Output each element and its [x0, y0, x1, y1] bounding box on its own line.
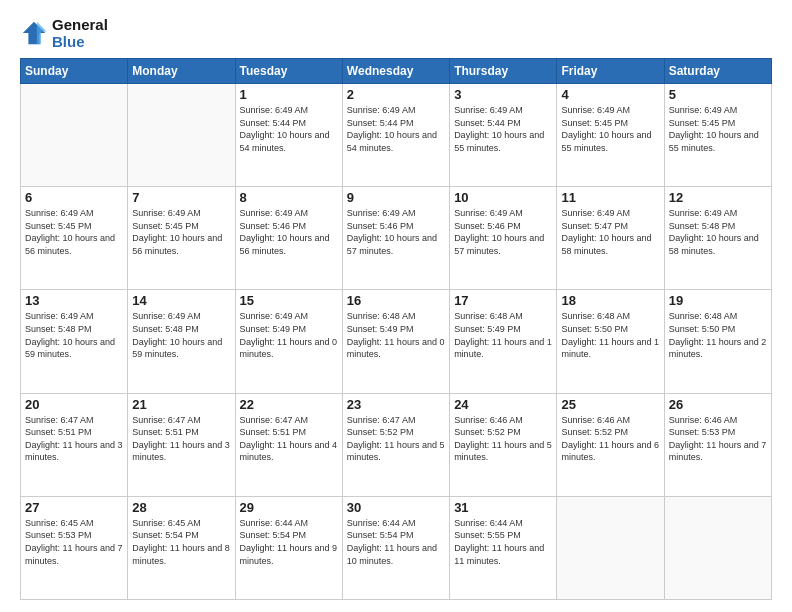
calendar-cell: 26Sunrise: 6:46 AM Sunset: 5:53 PM Dayli…	[664, 393, 771, 496]
day-info: Sunrise: 6:47 AM Sunset: 5:52 PM Dayligh…	[347, 414, 445, 464]
col-tuesday: Tuesday	[235, 59, 342, 84]
col-saturday: Saturday	[664, 59, 771, 84]
day-info: Sunrise: 6:44 AM Sunset: 5:55 PM Dayligh…	[454, 517, 552, 567]
day-info: Sunrise: 6:48 AM Sunset: 5:50 PM Dayligh…	[669, 310, 767, 360]
day-info: Sunrise: 6:44 AM Sunset: 5:54 PM Dayligh…	[240, 517, 338, 567]
day-number: 17	[454, 293, 552, 308]
logo-text: General Blue	[52, 16, 108, 50]
day-info: Sunrise: 6:49 AM Sunset: 5:44 PM Dayligh…	[347, 104, 445, 154]
calendar-cell: 10Sunrise: 6:49 AM Sunset: 5:46 PM Dayli…	[450, 187, 557, 290]
calendar-cell: 20Sunrise: 6:47 AM Sunset: 5:51 PM Dayli…	[21, 393, 128, 496]
calendar-cell: 13Sunrise: 6:49 AM Sunset: 5:48 PM Dayli…	[21, 290, 128, 393]
day-number: 26	[669, 397, 767, 412]
calendar-cell: 3Sunrise: 6:49 AM Sunset: 5:44 PM Daylig…	[450, 84, 557, 187]
calendar-table: Sunday Monday Tuesday Wednesday Thursday…	[20, 58, 772, 600]
col-sunday: Sunday	[21, 59, 128, 84]
calendar-cell: 31Sunrise: 6:44 AM Sunset: 5:55 PM Dayli…	[450, 496, 557, 599]
calendar-cell: 9Sunrise: 6:49 AM Sunset: 5:46 PM Daylig…	[342, 187, 449, 290]
calendar-cell: 23Sunrise: 6:47 AM Sunset: 5:52 PM Dayli…	[342, 393, 449, 496]
day-info: Sunrise: 6:49 AM Sunset: 5:46 PM Dayligh…	[347, 207, 445, 257]
day-number: 25	[561, 397, 659, 412]
day-info: Sunrise: 6:49 AM Sunset: 5:49 PM Dayligh…	[240, 310, 338, 360]
day-number: 8	[240, 190, 338, 205]
day-number: 7	[132, 190, 230, 205]
calendar-cell	[128, 84, 235, 187]
calendar-week-5: 27Sunrise: 6:45 AM Sunset: 5:53 PM Dayli…	[21, 496, 772, 599]
calendar-cell: 28Sunrise: 6:45 AM Sunset: 5:54 PM Dayli…	[128, 496, 235, 599]
calendar-cell: 17Sunrise: 6:48 AM Sunset: 5:49 PM Dayli…	[450, 290, 557, 393]
day-info: Sunrise: 6:46 AM Sunset: 5:52 PM Dayligh…	[454, 414, 552, 464]
day-number: 13	[25, 293, 123, 308]
day-info: Sunrise: 6:49 AM Sunset: 5:45 PM Dayligh…	[25, 207, 123, 257]
day-number: 19	[669, 293, 767, 308]
day-info: Sunrise: 6:49 AM Sunset: 5:46 PM Dayligh…	[240, 207, 338, 257]
day-info: Sunrise: 6:46 AM Sunset: 5:53 PM Dayligh…	[669, 414, 767, 464]
day-info: Sunrise: 6:49 AM Sunset: 5:45 PM Dayligh…	[669, 104, 767, 154]
calendar-cell: 5Sunrise: 6:49 AM Sunset: 5:45 PM Daylig…	[664, 84, 771, 187]
calendar-cell: 30Sunrise: 6:44 AM Sunset: 5:54 PM Dayli…	[342, 496, 449, 599]
logo-icon	[20, 19, 48, 47]
col-thursday: Thursday	[450, 59, 557, 84]
day-number: 31	[454, 500, 552, 515]
calendar-cell: 15Sunrise: 6:49 AM Sunset: 5:49 PM Dayli…	[235, 290, 342, 393]
calendar-week-1: 1Sunrise: 6:49 AM Sunset: 5:44 PM Daylig…	[21, 84, 772, 187]
calendar-cell	[21, 84, 128, 187]
logo: General Blue	[20, 16, 108, 50]
day-info: Sunrise: 6:47 AM Sunset: 5:51 PM Dayligh…	[25, 414, 123, 464]
calendar-cell: 16Sunrise: 6:48 AM Sunset: 5:49 PM Dayli…	[342, 290, 449, 393]
day-number: 29	[240, 500, 338, 515]
calendar-cell: 4Sunrise: 6:49 AM Sunset: 5:45 PM Daylig…	[557, 84, 664, 187]
day-info: Sunrise: 6:49 AM Sunset: 5:48 PM Dayligh…	[132, 310, 230, 360]
col-friday: Friday	[557, 59, 664, 84]
day-number: 27	[25, 500, 123, 515]
calendar-cell: 27Sunrise: 6:45 AM Sunset: 5:53 PM Dayli…	[21, 496, 128, 599]
calendar-cell: 1Sunrise: 6:49 AM Sunset: 5:44 PM Daylig…	[235, 84, 342, 187]
day-info: Sunrise: 6:49 AM Sunset: 5:45 PM Dayligh…	[561, 104, 659, 154]
day-info: Sunrise: 6:47 AM Sunset: 5:51 PM Dayligh…	[132, 414, 230, 464]
day-number: 15	[240, 293, 338, 308]
day-number: 16	[347, 293, 445, 308]
day-number: 14	[132, 293, 230, 308]
day-number: 22	[240, 397, 338, 412]
calendar-cell: 19Sunrise: 6:48 AM Sunset: 5:50 PM Dayli…	[664, 290, 771, 393]
calendar-cell: 24Sunrise: 6:46 AM Sunset: 5:52 PM Dayli…	[450, 393, 557, 496]
day-info: Sunrise: 6:49 AM Sunset: 5:48 PM Dayligh…	[25, 310, 123, 360]
day-info: Sunrise: 6:44 AM Sunset: 5:54 PM Dayligh…	[347, 517, 445, 567]
day-info: Sunrise: 6:45 AM Sunset: 5:54 PM Dayligh…	[132, 517, 230, 567]
calendar-cell: 22Sunrise: 6:47 AM Sunset: 5:51 PM Dayli…	[235, 393, 342, 496]
calendar-cell: 2Sunrise: 6:49 AM Sunset: 5:44 PM Daylig…	[342, 84, 449, 187]
day-number: 2	[347, 87, 445, 102]
day-number: 12	[669, 190, 767, 205]
day-number: 20	[25, 397, 123, 412]
day-number: 30	[347, 500, 445, 515]
day-info: Sunrise: 6:47 AM Sunset: 5:51 PM Dayligh…	[240, 414, 338, 464]
calendar-week-4: 20Sunrise: 6:47 AM Sunset: 5:51 PM Dayli…	[21, 393, 772, 496]
day-info: Sunrise: 6:48 AM Sunset: 5:49 PM Dayligh…	[454, 310, 552, 360]
calendar-cell: 29Sunrise: 6:44 AM Sunset: 5:54 PM Dayli…	[235, 496, 342, 599]
calendar-cell: 6Sunrise: 6:49 AM Sunset: 5:45 PM Daylig…	[21, 187, 128, 290]
calendar-cell: 12Sunrise: 6:49 AM Sunset: 5:48 PM Dayli…	[664, 187, 771, 290]
calendar-cell: 18Sunrise: 6:48 AM Sunset: 5:50 PM Dayli…	[557, 290, 664, 393]
calendar-cell: 11Sunrise: 6:49 AM Sunset: 5:47 PM Dayli…	[557, 187, 664, 290]
day-number: 5	[669, 87, 767, 102]
day-number: 23	[347, 397, 445, 412]
day-number: 11	[561, 190, 659, 205]
calendar-week-2: 6Sunrise: 6:49 AM Sunset: 5:45 PM Daylig…	[21, 187, 772, 290]
calendar-cell: 25Sunrise: 6:46 AM Sunset: 5:52 PM Dayli…	[557, 393, 664, 496]
page: General Blue Sunday Monday Tuesday Wedne…	[0, 0, 792, 612]
day-number: 6	[25, 190, 123, 205]
calendar-cell: 21Sunrise: 6:47 AM Sunset: 5:51 PM Dayli…	[128, 393, 235, 496]
day-info: Sunrise: 6:48 AM Sunset: 5:50 PM Dayligh…	[561, 310, 659, 360]
day-number: 3	[454, 87, 552, 102]
calendar-cell	[557, 496, 664, 599]
day-info: Sunrise: 6:48 AM Sunset: 5:49 PM Dayligh…	[347, 310, 445, 360]
svg-marker-0	[23, 22, 45, 44]
day-info: Sunrise: 6:45 AM Sunset: 5:53 PM Dayligh…	[25, 517, 123, 567]
calendar-cell: 7Sunrise: 6:49 AM Sunset: 5:45 PM Daylig…	[128, 187, 235, 290]
calendar-week-3: 13Sunrise: 6:49 AM Sunset: 5:48 PM Dayli…	[21, 290, 772, 393]
day-info: Sunrise: 6:49 AM Sunset: 5:48 PM Dayligh…	[669, 207, 767, 257]
header: General Blue	[20, 16, 772, 50]
day-info: Sunrise: 6:49 AM Sunset: 5:45 PM Dayligh…	[132, 207, 230, 257]
day-number: 9	[347, 190, 445, 205]
day-number: 4	[561, 87, 659, 102]
